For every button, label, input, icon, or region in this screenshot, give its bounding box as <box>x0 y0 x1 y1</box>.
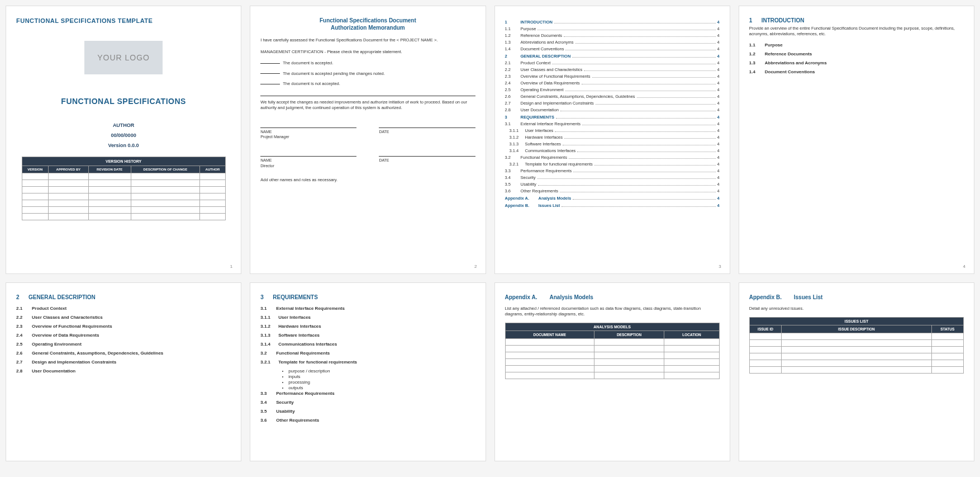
toc-entry: 3.2Functional Requirements4 <box>505 155 720 160</box>
name-label: NAME <box>260 129 356 135</box>
section-heading: 2GENERAL DESCRIPTION <box>16 294 231 300</box>
toc-entry: 2.6General Constraints, Assumptions, Dep… <box>505 94 720 99</box>
date-label: DATE <box>379 158 475 163</box>
list-item: 2.7Design and Implementation Constraints <box>16 360 231 365</box>
table-title: ISSUES LIST <box>749 317 963 325</box>
toc-entry: 2.3Overview of Functional Requirements4 <box>505 74 720 79</box>
list-item: 3.3Performance Requirements <box>260 391 475 396</box>
toc-entry: 2GENERAL DESCRIPTION4 <box>505 54 720 59</box>
name-label: NAME <box>260 158 356 163</box>
auth-title-2: Authorization Memorandum <box>260 25 475 31</box>
table-row <box>22 193 225 200</box>
list-item: 3.1.2Hardware Interfaces <box>260 324 475 329</box>
page-grid: FUNCTIONAL SPECIFICATIONS TEMPLATE YOUR … <box>6 6 974 461</box>
option-accepted: The document is accepted. <box>260 60 475 67</box>
toc-entry: Appendix B.Issues List4 <box>505 203 720 208</box>
list-item: 2.3Overview of Functional Requirements <box>16 324 231 329</box>
signature-row-2: NAMEDirector DATE <box>260 150 475 169</box>
role-director: Director <box>260 163 356 169</box>
cert-text: MANAGEMENT CERTIFICATION - Please check … <box>260 49 475 55</box>
divider <box>260 96 475 96</box>
list-item: 2.8User Documentation <box>16 369 231 374</box>
appendix-description: List any attached / referenced documenta… <box>505 306 720 317</box>
list-item: 1.3Abbreviations and Acronyms <box>749 60 964 65</box>
list-item: 3.1External Interface Requirements <box>260 306 475 311</box>
list-item: 3.1.1User Interfaces <box>260 315 475 320</box>
page-number: 2 <box>474 264 477 269</box>
table-row <box>505 352 719 358</box>
section-list: 2.1Product Context2.2User Classes and Ch… <box>16 306 231 374</box>
col-revdate: REVISION DATE <box>88 166 131 173</box>
version-label: Version 0.0.0 <box>16 143 231 148</box>
list-item: 3.1.4Communications Interfaces <box>260 342 475 347</box>
version-history-table: VERSION HISTORY VERSION APPROVED BY REVI… <box>22 157 226 220</box>
toc-entry: 2.8User Documentation4 <box>505 107 720 112</box>
list-item: 2.4Overview of Data Requirements <box>16 333 231 338</box>
table-row <box>22 200 225 207</box>
list-item: 1.2Reference Documents <box>749 51 964 56</box>
toc-entry: 3.5Usability4 <box>505 182 720 187</box>
section-heading: 1INTRODUCTION <box>749 17 964 23</box>
toc-entry: 3.3Performance Requirements4 <box>505 168 720 173</box>
appendix-heading: Appendix A.Analysis Models <box>505 294 720 300</box>
table-row <box>505 345 719 352</box>
list-item: 3.2.1Template for functional requirement… <box>260 360 475 365</box>
signature-row-1: NAMEProject Manager DATE <box>260 121 475 140</box>
table-row <box>22 173 225 180</box>
add-note: Add other names and roles as necessary. <box>260 177 475 183</box>
table-row <box>749 366 963 373</box>
page-7-appendix-a: Appendix A.Analysis Models List any atta… <box>494 282 730 461</box>
table-row <box>505 358 719 365</box>
list-item: 2.2User Classes and Characteristics <box>16 315 231 320</box>
date-label: 00/00/0000 <box>16 133 231 138</box>
col-author: AUTHOR <box>200 166 225 173</box>
table-title: VERSION HISTORY <box>22 157 225 166</box>
table-row <box>505 365 719 372</box>
page-5-general: 2GENERAL DESCRIPTION 2.1Product Context2… <box>6 282 241 461</box>
page-2-authorization: Functional Specifications Document Autho… <box>250 6 486 274</box>
toc-entry: 1INTRODUCTION4 <box>505 20 720 25</box>
page-4-introduction: 1INTRODUCTION Provide an overview of the… <box>739 6 974 274</box>
toc-entry: 3.1.2Hardware Interfaces4 <box>505 135 720 140</box>
appendix-description: Detail any unresolved issues. <box>749 306 964 311</box>
toc-entry: 3REQUIREMENTS4 <box>505 115 720 120</box>
col-approved: APPROVED BY <box>48 166 88 173</box>
toc-entry: 3.6Other Requirements4 <box>505 188 720 193</box>
toc-entry: 3.2.1Template for functional requirement… <box>505 162 720 167</box>
role-pm: Project Manager <box>260 134 356 140</box>
toc-entry: 1.2Reference Documents4 <box>505 33 720 38</box>
list-item: 2.1Product Context <box>16 306 231 311</box>
table-row <box>749 339 963 346</box>
toc-entry: Appendix A.Analysis Models4 <box>505 196 720 201</box>
col-version: VERSION <box>22 166 48 173</box>
toc-entry: 3.1External Interface Requirements4 <box>505 121 720 126</box>
accept-text: We fully accept the changes as needed im… <box>260 100 475 111</box>
toc-entry: 3.1.3Software Interfaces4 <box>505 141 720 147</box>
template-header: FUNCTIONAL SPECIFICATIONS TEMPLATE <box>16 17 231 24</box>
page-number: 4 <box>963 264 965 269</box>
table-row <box>749 346 963 353</box>
list-item: 3.1.3Software Interfaces <box>260 333 475 338</box>
list-item: 3.2Functional Requirements <box>260 351 475 356</box>
toc-entry: 2.4Overview of Data Requirements4 <box>505 81 720 86</box>
section-description: Provide an overview of the entire Functi… <box>749 26 964 37</box>
list-item: 2.6General Constraints, Assumptions, Dep… <box>16 351 231 356</box>
section-heading: 3REQUIREMENTS <box>260 294 475 300</box>
table-row <box>22 187 225 193</box>
list-item: 1.1Purpose <box>749 42 964 48</box>
toc-entry: 3.1.1User Interfaces4 <box>505 128 720 133</box>
author-label: AUTHOR <box>16 122 231 128</box>
list-item: 3.5Usability <box>260 409 475 414</box>
toc-entry: 3.4Security4 <box>505 175 720 180</box>
section-list: 3.1External Interface Requirements3.1.1U… <box>260 306 475 423</box>
table-row <box>749 333 963 339</box>
toc-entry: 3.1.4Communications Interfaces4 <box>505 148 720 153</box>
section-list: 1.1Purpose1.2Reference Documents1.3Abbre… <box>749 42 964 74</box>
table-row <box>22 207 225 214</box>
table-row <box>749 353 963 360</box>
list-item: 3.4Security <box>260 400 475 405</box>
table-row <box>749 360 963 366</box>
list-item: 2.5Operating Environment <box>16 342 231 347</box>
page-1-cover: FUNCTIONAL SPECIFICATIONS TEMPLATE YOUR … <box>6 6 241 274</box>
toc-entry: 1.4Document Conventions4 <box>505 46 720 51</box>
